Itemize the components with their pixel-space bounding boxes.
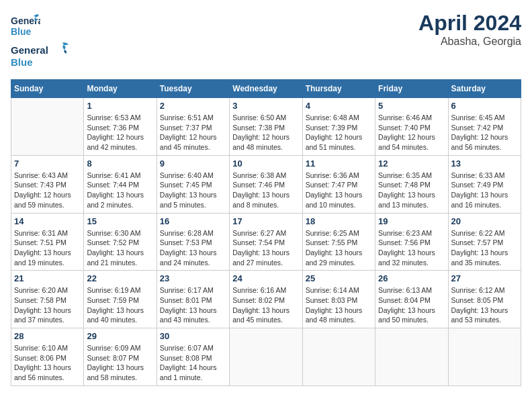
- day-number: 24: [232, 273, 299, 283]
- day-number: 11: [306, 158, 372, 169]
- svg-text:General: General: [11, 44, 48, 56]
- calendar-week-row: 14Sunrise: 6:31 AMSunset: 7:51 PMDayligh…: [11, 213, 521, 271]
- day-number: 14: [14, 216, 81, 226]
- day-number: 27: [451, 273, 518, 283]
- day-info: Sunrise: 6:48 AMSunset: 7:39 PMDaylight:…: [306, 113, 372, 152]
- calendar-week-row: 7Sunrise: 6:43 AMSunset: 7:43 PMDaylight…: [11, 155, 521, 213]
- day-number: 23: [160, 273, 226, 283]
- day-info: Sunrise: 6:43 AMSunset: 7:43 PMDaylight:…: [14, 171, 81, 210]
- calendar-cell: 4Sunrise: 6:48 AMSunset: 7:39 PMDaylight…: [302, 98, 375, 156]
- day-number: 9: [160, 158, 226, 169]
- calendar-cell: 16Sunrise: 6:28 AMSunset: 7:53 PMDayligh…: [157, 213, 229, 271]
- day-info: Sunrise: 6:20 AMSunset: 7:58 PMDaylight:…: [14, 285, 81, 325]
- day-number: 4: [306, 101, 372, 111]
- day-info: Sunrise: 6:27 AMSunset: 7:54 PMDaylight:…: [232, 228, 299, 268]
- calendar-week-row: 28Sunrise: 6:10 AMSunset: 8:06 PMDayligh…: [11, 328, 521, 386]
- calendar-cell: 22Sunrise: 6:19 AMSunset: 7:59 PMDayligh…: [84, 271, 157, 328]
- day-number: 10: [232, 158, 299, 169]
- logo: General Blue General Blue: [11, 11, 78, 71]
- day-info: Sunrise: 6:45 AMSunset: 7:42 PMDaylight:…: [451, 113, 518, 152]
- day-number: 28: [14, 331, 81, 341]
- calendar-cell: 12Sunrise: 6:35 AMSunset: 7:48 PMDayligh…: [375, 155, 448, 213]
- svg-text:Blue: Blue: [11, 26, 32, 37]
- weekday-header-saturday: Saturday: [448, 80, 521, 98]
- calendar-cell: 17Sunrise: 6:27 AMSunset: 7:54 PMDayligh…: [230, 213, 302, 271]
- day-info: Sunrise: 6:50 AMSunset: 7:38 PMDaylight:…: [232, 113, 299, 152]
- day-info: Sunrise: 6:51 AMSunset: 7:37 PMDaylight:…: [160, 113, 226, 152]
- title-block: April 2024 Abasha, Georgia: [418, 11, 521, 48]
- calendar-cell: [375, 328, 448, 386]
- calendar-cell: 1Sunrise: 6:53 AMSunset: 7:36 PMDaylight…: [84, 98, 157, 156]
- day-info: Sunrise: 6:53 AMSunset: 7:36 PMDaylight:…: [87, 113, 153, 152]
- calendar-cell: 2Sunrise: 6:51 AMSunset: 7:37 PMDaylight…: [157, 98, 229, 156]
- day-number: 21: [14, 273, 81, 283]
- calendar-cell: 25Sunrise: 6:14 AMSunset: 8:03 PMDayligh…: [302, 271, 375, 328]
- day-number: 15: [87, 216, 153, 226]
- day-number: 20: [451, 216, 518, 226]
- weekday-header-row: SundayMondayTuesdayWednesdayThursdayFrid…: [11, 80, 521, 98]
- day-info: Sunrise: 6:46 AMSunset: 7:40 PMDaylight:…: [378, 113, 445, 152]
- calendar-cell: 13Sunrise: 6:33 AMSunset: 7:49 PMDayligh…: [448, 155, 521, 213]
- weekday-header-tuesday: Tuesday: [157, 80, 229, 98]
- day-info: Sunrise: 6:35 AMSunset: 7:48 PMDaylight:…: [378, 171, 445, 210]
- calendar-cell: 15Sunrise: 6:30 AMSunset: 7:52 PMDayligh…: [84, 213, 157, 271]
- weekday-header-friday: Friday: [375, 80, 448, 98]
- day-info: Sunrise: 6:14 AMSunset: 8:03 PMDaylight:…: [306, 285, 372, 325]
- calendar-cell: [11, 98, 84, 156]
- day-number: 22: [87, 273, 153, 283]
- day-number: 29: [87, 331, 153, 341]
- day-number: 12: [378, 158, 445, 169]
- calendar-cell: 18Sunrise: 6:25 AMSunset: 7:55 PMDayligh…: [302, 213, 375, 271]
- calendar-week-row: 21Sunrise: 6:20 AMSunset: 7:58 PMDayligh…: [11, 271, 521, 328]
- calendar-cell: 7Sunrise: 6:43 AMSunset: 7:43 PMDaylight…: [11, 155, 84, 213]
- calendar-cell: 20Sunrise: 6:22 AMSunset: 7:57 PMDayligh…: [448, 213, 521, 271]
- day-info: Sunrise: 6:07 AMSunset: 8:08 PMDaylight:…: [160, 343, 226, 383]
- calendar-cell: 11Sunrise: 6:36 AMSunset: 7:47 PMDayligh…: [302, 155, 375, 213]
- logo-icon: General Blue: [11, 11, 40, 40]
- day-number: 19: [378, 216, 445, 226]
- calendar-cell: 6Sunrise: 6:45 AMSunset: 7:42 PMDaylight…: [448, 98, 521, 156]
- svg-text:Blue: Blue: [11, 56, 33, 68]
- day-info: Sunrise: 6:41 AMSunset: 7:44 PMDaylight:…: [87, 171, 153, 210]
- day-info: Sunrise: 6:30 AMSunset: 7:52 PMDaylight:…: [87, 228, 153, 268]
- day-info: Sunrise: 6:31 AMSunset: 7:51 PMDaylight:…: [14, 228, 81, 268]
- calendar-cell: 23Sunrise: 6:17 AMSunset: 8:01 PMDayligh…: [157, 271, 229, 328]
- weekday-header-thursday: Thursday: [302, 80, 375, 98]
- day-info: Sunrise: 6:40 AMSunset: 7:45 PMDaylight:…: [160, 171, 226, 210]
- day-info: Sunrise: 6:10 AMSunset: 8:06 PMDaylight:…: [14, 343, 81, 383]
- day-info: Sunrise: 6:36 AMSunset: 7:47 PMDaylight:…: [306, 171, 372, 210]
- day-info: Sunrise: 6:33 AMSunset: 7:49 PMDaylight:…: [451, 171, 518, 210]
- day-number: 6: [451, 101, 518, 111]
- weekday-header-monday: Monday: [84, 80, 157, 98]
- day-number: 25: [306, 273, 372, 283]
- day-info: Sunrise: 6:12 AMSunset: 8:05 PMDaylight:…: [451, 285, 518, 325]
- day-number: 26: [378, 273, 445, 283]
- calendar-cell: 27Sunrise: 6:12 AMSunset: 8:05 PMDayligh…: [448, 271, 521, 328]
- weekday-header-wednesday: Wednesday: [230, 80, 302, 98]
- calendar-cell: 14Sunrise: 6:31 AMSunset: 7:51 PMDayligh…: [11, 213, 84, 271]
- calendar-cell: 30Sunrise: 6:07 AMSunset: 8:08 PMDayligh…: [157, 328, 229, 386]
- day-number: 1: [87, 101, 153, 111]
- calendar-cell: 9Sunrise: 6:40 AMSunset: 7:45 PMDaylight…: [157, 155, 229, 213]
- calendar-cell: [230, 328, 302, 386]
- day-info: Sunrise: 6:19 AMSunset: 7:59 PMDaylight:…: [87, 285, 153, 325]
- calendar-cell: 29Sunrise: 6:09 AMSunset: 8:07 PMDayligh…: [84, 328, 157, 386]
- day-info: Sunrise: 6:22 AMSunset: 7:57 PMDaylight:…: [451, 228, 518, 268]
- calendar-cell: 19Sunrise: 6:23 AMSunset: 7:56 PMDayligh…: [375, 213, 448, 271]
- day-number: 5: [378, 101, 445, 111]
- day-number: 3: [232, 101, 299, 111]
- calendar-week-row: 1Sunrise: 6:53 AMSunset: 7:36 PMDaylight…: [11, 98, 521, 156]
- calendar-cell: 24Sunrise: 6:16 AMSunset: 8:02 PMDayligh…: [230, 271, 302, 328]
- day-info: Sunrise: 6:09 AMSunset: 8:07 PMDaylight:…: [87, 343, 153, 383]
- day-number: 18: [306, 216, 372, 226]
- calendar-cell: 26Sunrise: 6:13 AMSunset: 8:04 PMDayligh…: [375, 271, 448, 328]
- day-number: 16: [160, 216, 226, 226]
- day-number: 8: [87, 158, 153, 169]
- day-number: 7: [14, 158, 81, 169]
- day-info: Sunrise: 6:28 AMSunset: 7:53 PMDaylight:…: [160, 228, 226, 268]
- day-info: Sunrise: 6:23 AMSunset: 7:56 PMDaylight:…: [378, 228, 445, 268]
- day-number: 30: [160, 331, 226, 341]
- calendar-cell: 5Sunrise: 6:46 AMSunset: 7:40 PMDaylight…: [375, 98, 448, 156]
- calendar-cell: 8Sunrise: 6:41 AMSunset: 7:44 PMDaylight…: [84, 155, 157, 213]
- calendar-cell: 21Sunrise: 6:20 AMSunset: 7:58 PMDayligh…: [11, 271, 84, 328]
